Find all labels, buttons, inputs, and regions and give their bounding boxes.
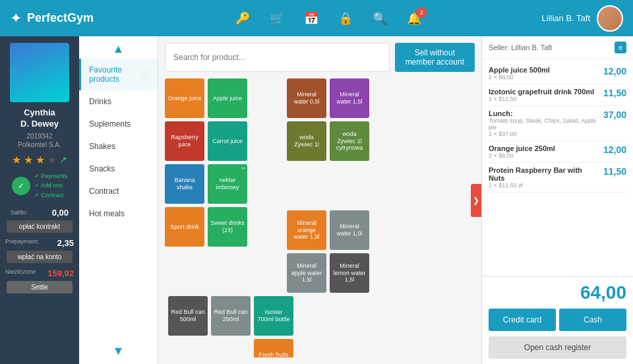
category-shakes[interactable]: Shakes — [79, 135, 158, 158]
product-mineral-lemon[interactable]: Mineral lemon water 1,5l — [330, 253, 369, 293]
star-2: ★ — [24, 154, 33, 166]
star-4: ★ — [47, 154, 57, 166]
product-apple-juice[interactable]: Apple juice — [208, 78, 247, 118]
category-scroll-down[interactable]: ▼ — [110, 342, 127, 361]
product-rapsberry-juice[interactable]: Rapsberry juice — [165, 121, 204, 161]
product-red-bull-250[interactable]: Red Bull can 250ml — [211, 296, 251, 336]
panel-collapse-tab[interactable]: ❯ — [471, 184, 481, 217]
open-cash-register-button[interactable]: Open cash register — [489, 336, 626, 359]
order-item-lunch: Lunch: Tomato soup, Steak, Chips, Salad,… — [489, 106, 626, 141]
product-woda-zywiec-1[interactable]: woda Żywiec 1l — [287, 121, 326, 161]
seller-row: Seller: Lillian B. Taft ≡ — [482, 36, 633, 59]
order-item-izotonic-info: Izotonic grapefruit drink 700ml 1 × $11,… — [489, 88, 598, 102]
nav-icons: 🔑 🛒 📅 🔒 🔍 🔔 2 — [115, 11, 542, 26]
edit-icon: ✏ — [241, 166, 246, 172]
order-item-orange-250-sub: 2 × $6,00 — [489, 152, 598, 159]
order-item-orange-250: Orange juice 250ml 2 × $6,00 12,00 — [489, 141, 626, 163]
right-product-col: Red Bull can 500ml Red Bull can 250ml Is… — [168, 296, 293, 357]
order-item-apple-juice-price: 12,00 — [603, 66, 626, 76]
product-mineral-05[interactable]: Mineral water 0,5l — [287, 78, 326, 118]
category-drinks-label: Drinks — [89, 97, 111, 106]
order-item-protein-bar: Protein Raspberry Bar with Nuts 1 × $11,… — [489, 163, 626, 193]
order-item-apple-juice-sub: 2 × $6,00 — [489, 74, 598, 80]
category-drinks[interactable]: Drinks — [79, 90, 158, 113]
search-input[interactable] — [165, 43, 390, 72]
category-hot-meals[interactable]: Hot meals — [79, 202, 158, 225]
product-carrot-juice[interactable]: Carrot juice — [208, 121, 247, 161]
order-item-protein-bar-price: 11,50 — [603, 166, 626, 177]
prepayment-row: Prepayment: 2,35 — [0, 238, 79, 248]
order-item-lunch-info: Lunch: Tomato soup, Steak, Chips, Salad,… — [489, 109, 598, 137]
category-snacks[interactable]: Snacks — [79, 158, 158, 180]
header: ✦ PerfectGym 🔑 🛒 📅 🔒 🔍 🔔 2 Lillian B. Ta… — [0, 0, 633, 36]
category-scroll-up[interactable]: ▲ — [110, 40, 127, 59]
mid-row-3: Mineral orange water 1,5l Mineral water … — [287, 210, 369, 250]
product-banana-shake[interactable]: Banana shake — [165, 164, 204, 204]
bell-icon[interactable]: 🔔 2 — [407, 11, 421, 26]
product-red-bull-500[interactable]: Red Bull can 500ml — [168, 296, 208, 336]
logo-star-icon: ✦ — [10, 10, 22, 27]
calendar-icon[interactable]: 📅 — [304, 11, 318, 26]
row-2: Rapsberry juice Carrot juice — [165, 121, 247, 161]
main-area: CynthiaD. Dewey 2019342 Polkomtel S.A. ★… — [0, 36, 633, 364]
stars-row: ★ ★ ★ ★ ↗ — [12, 154, 67, 166]
prepayment-label: Prepayment: — [5, 238, 39, 248]
category-favourite-label: Favourite products — [89, 65, 141, 84]
row-3: Banana shake nektar imbirowy ✏ — [165, 164, 247, 204]
settle-button[interactable]: Settle — [7, 281, 73, 293]
cash-button[interactable]: Cash — [559, 309, 626, 331]
category-contract-label: Contract — [89, 187, 119, 196]
check-addons: Add-ons — [34, 181, 68, 190]
order-item-apple-juice-info: Apple juice 500ml 2 × $6,00 — [489, 66, 598, 80]
product-mineral-15[interactable]: Mineral water 1,5l — [330, 78, 369, 118]
category-contract[interactable]: Contract — [79, 180, 158, 202]
mid-row-1: Mineral water 0,5l Mineral water 1,5l — [287, 78, 369, 118]
seller-menu-button[interactable]: ≡ — [615, 42, 626, 53]
order-item-apple-juice: Apple juice 500ml 2 × $6,00 12,00 — [489, 63, 626, 84]
logo-text: PerfectGym — [27, 11, 94, 25]
product-nektar[interactable]: nektar imbirowy ✏ — [208, 164, 247, 204]
category-snacks-label: Snacks — [89, 164, 115, 173]
order-item-lunch-sub: Tomato soup, Steak, Chips, Salad, Apple … — [489, 117, 598, 137]
check-payments: Payments — [34, 171, 68, 181]
star-1: ★ — [12, 154, 21, 166]
product-mineral-apple[interactable]: Mineral apple water 1,5l — [287, 253, 326, 293]
order-item-apple-juice-name: Apple juice 500ml — [489, 66, 598, 74]
category-hot-meals-label: Hot meals — [89, 209, 125, 218]
lock-icon[interactable]: 🔒 — [338, 11, 353, 26]
product-mineral-10[interactable]: Mineral water 1,0l — [330, 210, 369, 250]
trend-up-icon: ↗ — [59, 154, 67, 165]
order-item-orange-250-info: Orange juice 250ml 2 × $6,00 — [489, 144, 598, 159]
payment-buttons: Credit card Cash — [482, 309, 633, 336]
oplac-kontrakt-button[interactable]: opłać kontrakt — [7, 220, 73, 233]
heart-icon: ♡ — [141, 69, 150, 80]
category-favourite[interactable]: Favourite products ♡ — [79, 59, 158, 90]
credit-card-button[interactable]: Credit card — [489, 309, 556, 331]
product-sweet-drinks[interactable]: Sweet drinks (23) — [208, 207, 247, 247]
product-woda-zywiec-cytr[interactable]: woda Żywiec 1l cytrynowa — [330, 121, 369, 161]
product-mineral-orange[interactable]: Mineral orange water 1,5l — [287, 210, 326, 250]
header-avatar[interactable] — [597, 5, 623, 32]
search-icon[interactable]: 🔍 — [373, 11, 387, 26]
wplac-na-konto-button[interactable]: wpłać na konto — [7, 251, 73, 263]
cart-icon[interactable]: 🛒 — [270, 11, 284, 26]
products-area: Sell without member account Orange juice… — [158, 36, 481, 364]
product-orange-juice[interactable]: Orange juice — [165, 78, 204, 118]
category-shakes-label: Shakes — [89, 142, 115, 151]
sell-without-member-button[interactable]: Sell without member account — [395, 43, 475, 72]
niezliczone-row: Niezliczone 159,92 — [0, 268, 79, 278]
prepayment-value: 2,35 — [57, 238, 74, 248]
check-list: Payments Add-ons Contract — [34, 171, 68, 200]
user-company: Polkomtel S.A. — [18, 141, 61, 148]
category-supplements[interactable]: Suplements — [79, 113, 158, 135]
product-isostar[interactable]: Isostar 700ml bottle — [254, 296, 293, 336]
check-contract: Contract — [34, 191, 68, 200]
product-fresh-fruits[interactable]: Fresh fruits drinks (12) — [254, 339, 293, 357]
spacer — [287, 164, 369, 207]
user-full-name: CynthiaD. Dewey — [20, 107, 59, 130]
product-sport-drink[interactable]: Sport drink — [165, 207, 204, 247]
order-item-protein-bar-name: Protein Raspberry Bar with Nuts — [489, 166, 598, 182]
header-user-name: Lillian B. Taft — [542, 13, 590, 23]
key-icon[interactable]: 🔑 — [235, 11, 250, 26]
order-item-izotonic-price: 11,50 — [603, 88, 626, 98]
